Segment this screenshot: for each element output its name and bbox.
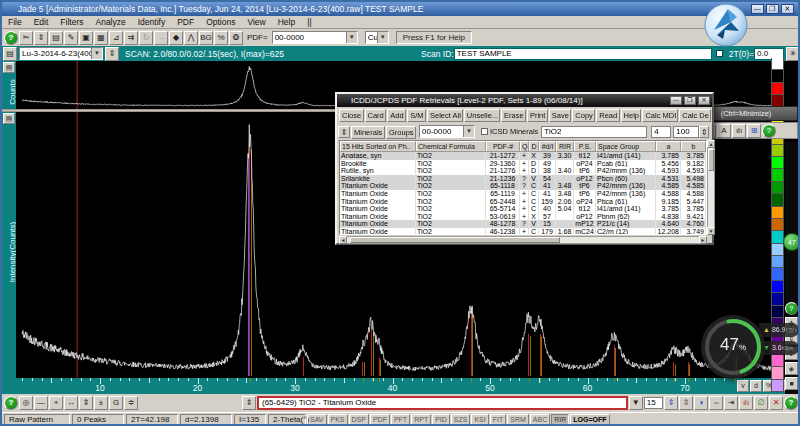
dialog-button-add[interactable]: Add (387, 109, 406, 122)
table-vscrollbar[interactable]: ▲ ▼ (707, 140, 715, 235)
shrink-v-icon[interactable]: ⇳ (679, 396, 693, 410)
menu-analyze[interactable]: Analyze (90, 17, 132, 27)
fit-icon[interactable]: ± (94, 396, 108, 410)
scroll-right-icon[interactable]: ► (699, 236, 707, 244)
menu-identify[interactable]: Identify (132, 17, 171, 27)
table-row[interactable]: SrilankiteTiO221-1236?V54oP12Pbcn (60)4.… (340, 175, 706, 183)
menu-[interactable]: || (301, 17, 317, 27)
groups-button[interactable]: Groups (386, 126, 416, 139)
dialog-button-save[interactable]: Save (549, 109, 572, 122)
column-header-7[interactable]: P.S. (574, 141, 596, 151)
pdf-combo[interactable]: 00-0000▼ (272, 31, 358, 44)
palette-color-7[interactable] (771, 145, 784, 157)
list-icon[interactable]: ▤ (3, 47, 17, 61)
chevron-down-icon[interactable]: ▼ (377, 32, 388, 43)
strip-menu-icon[interactable]: ▤ (3, 113, 15, 124)
palette-color-8[interactable] (771, 157, 784, 169)
mode-button-fit[interactable]: FIT (490, 414, 507, 425)
chevron-down-icon[interactable]: ▼ (346, 32, 357, 43)
two-theta-checkbox[interactable] (716, 50, 723, 57)
dialog-maximize-button[interactable]: ❐ (684, 96, 696, 105)
column-header-6[interactable]: RIR (556, 141, 574, 151)
selected-pdf-field[interactable]: (65-6429) TiO2 - Titanium Oxide (257, 396, 628, 410)
dialog-button-calcmdi[interactable]: Calc MDI (642, 109, 678, 122)
dialog-close-button[interactable]: ✕ (698, 96, 710, 105)
column-header-5[interactable]: #d/I (539, 141, 556, 151)
table-row[interactable]: BrookiteTiO229-1360+D49oP24Pcab (61)5.45… (340, 160, 706, 168)
column-header-10[interactable]: b (681, 141, 706, 151)
line-count-input[interactable]: 15 (644, 397, 663, 409)
column-header-1[interactable]: Chemical Formula (416, 141, 486, 151)
pan-icon[interactable]: ↔ (64, 396, 78, 410)
percent-icon[interactable]: % (214, 31, 228, 45)
profile-icon[interactable]: ⋀ (184, 31, 198, 45)
open-file-icon[interactable]: ▤ (49, 31, 63, 45)
num2-input[interactable]: 100 (673, 126, 699, 138)
help-strip-icon[interactable]: ? (785, 302, 798, 315)
num-spinner[interactable]: ⇕ (699, 126, 709, 138)
axis-button-d[interactable]: d (750, 380, 762, 392)
scan-id-input[interactable]: TEST SAMPLE (454, 48, 712, 60)
dialog-button-sm[interactable]: S/M (407, 109, 426, 122)
field-spinner-icon[interactable]: ⇕ (242, 396, 256, 410)
stretch-v-icon[interactable]: ⇕ (664, 396, 678, 410)
mode-button-ksi[interactable]: KSI (471, 414, 488, 425)
palette-color-12[interactable] (771, 207, 784, 219)
palette-color-19[interactable] (771, 293, 784, 305)
column-header-2[interactable]: PDF-# (486, 141, 520, 151)
mode-button-pdf[interactable]: PDF (370, 414, 390, 425)
dialog-button-read[interactable]: Read (596, 109, 619, 122)
shrink-h-icon[interactable]: ⇔ (709, 396, 723, 410)
mode-button-pks[interactable]: PKS (328, 414, 348, 425)
maximize-button[interactable]: ❐ (766, 4, 779, 14)
menu-help[interactable]: Help (272, 17, 301, 27)
pdf-dropdown-icon[interactable]: ▼ (629, 396, 643, 410)
icsd-checkbox[interactable] (481, 128, 488, 135)
menu-filters[interactable]: Filters (54, 17, 89, 27)
column-header-8[interactable]: Space Group (596, 141, 656, 151)
phase-spinner[interactable]: ⇕ (338, 126, 350, 138)
dialog-button-print[interactable]: Print (527, 109, 548, 122)
search-input[interactable]: TiO2 (541, 126, 647, 138)
menu-view[interactable]: View (241, 17, 271, 27)
stretch-h-icon[interactable]: ◑ (694, 396, 708, 410)
menu-file[interactable]: File (2, 17, 28, 27)
corner-button-1[interactable]: ✳ (786, 47, 800, 61)
mode-button-srm[interactable]: SRM (507, 414, 529, 425)
palette-color-10[interactable] (771, 182, 784, 194)
axis-button-v[interactable]: v (737, 380, 749, 392)
scroll-up-icon[interactable]: ▲ (707, 140, 715, 148)
table-row[interactable]: Titanium OxideTiO265-1119+C413.48tP6P42/… (340, 190, 706, 198)
table-hscrollbar[interactable]: ◄ ► (339, 236, 707, 244)
dialog-button-selectall[interactable]: Select All (427, 109, 463, 122)
mode-button-sav[interactable]: SAV (307, 414, 327, 425)
palette-color-9[interactable] (771, 169, 784, 181)
strip-menu-icon[interactable]: ▤ (3, 62, 15, 73)
scroll-down-icon[interactable]: ▼ (707, 227, 715, 235)
column-header-0[interactable]: 15 Hits Sorted on Ph.. (340, 141, 416, 151)
help-mini-icon[interactable]: ? (762, 124, 776, 138)
dialog-minimize-button[interactable]: — (670, 96, 682, 105)
palette-color-17[interactable] (771, 268, 784, 280)
help2-icon[interactable]: ? (784, 396, 798, 410)
mode-button-szs[interactable]: SZS (451, 414, 471, 425)
table-row[interactable]: Titanium OxideTiO248-1278?V15mP12P21/c (… (340, 220, 706, 228)
dialog-button-close[interactable]: Close (339, 109, 364, 122)
table-row[interactable]: Anatase, synTiO221-1272+X393.30tI12I41/a… (340, 152, 706, 160)
dialog-button-calcde[interactable]: Calc De (679, 109, 711, 122)
clear-icon[interactable]: ∅ (754, 396, 768, 410)
background-icon[interactable]: BG (199, 31, 213, 45)
log-toggle-button[interactable]: LOG=OFF (570, 414, 609, 425)
column-header-3[interactable]: Q (520, 141, 529, 151)
dialog-button-card[interactable]: Card (365, 109, 387, 122)
table-row[interactable]: Titanium OxideTiO253-0619+X57oP12Pbnm (6… (340, 213, 706, 221)
table-row[interactable]: Titanium OxideTiO246-1238+C1791.68mC24C2… (340, 228, 706, 235)
delete-icon[interactable]: ✕ (769, 396, 783, 410)
table-row[interactable]: Titanium OxideTiO265-2448+C1592.06oP24Pb… (340, 198, 706, 206)
minimize-button[interactable]: — (751, 4, 764, 14)
zoom-out-icon[interactable]: — (34, 396, 48, 410)
zoom-in-icon[interactable]: + (49, 396, 63, 410)
dialog-button-copy[interactable]: Copy (572, 109, 595, 122)
dialog-button-help[interactable]: Help (621, 109, 642, 122)
print-icon[interactable]: ▣ (79, 31, 93, 45)
